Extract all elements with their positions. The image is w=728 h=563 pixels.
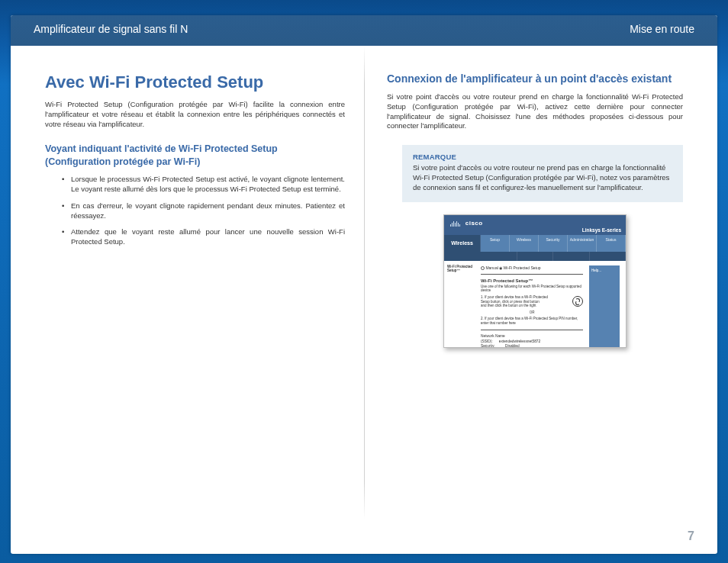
note-box: REMARQUE Si votre point d'accès ou votre… [402,145,683,201]
note-label: REMARQUE [413,153,672,162]
figure-step1: 1. If your client device has a Wi-Fi Pro… [481,295,566,309]
bullet-list: Lorsque le processus Wi-Fi Protected Set… [45,175,345,247]
figure-mode-line: Manual ◉ Wi-Fi Protected Setup [481,265,583,270]
cisco-logo: cisco [450,220,483,227]
note-text: Si votre point d'accès ou votre routeur … [413,163,669,191]
column-divider [364,46,365,520]
router-admin-screenshot: cisco Linksys E-series Wireless Setup Wi… [443,214,627,348]
nav-category: Wireless [444,235,481,252]
figure-network-info: Network Name (SSID): extendedwirelessnet… [481,334,583,348]
page-number: 7 [688,529,694,543]
document-page: Amplificateur de signal sans fil N Mise … [11,15,717,554]
figure-step2: 2. If your client device has a Wi-Fi Pro… [481,317,583,326]
tab-admin: Administration [568,235,597,252]
section-heading-line2: (Configuration protégée par Wi-Fi) [45,156,200,167]
figure-side-column: Help... [589,265,620,348]
page-title: Avec Wi-Fi Protected Setup [45,72,345,92]
right-intro: Si votre point d'accès ou votre routeur … [387,92,683,131]
figure-nav: Wireless Setup Wireless Security Adminis… [444,235,626,252]
figure-wps-desc: Use one of the following for each Wi-Fi … [481,285,583,292]
header-left-text: Amplificateur de signal sans fil N [34,23,188,46]
intro-paragraph: Wi-Fi Protected Setup (Configuration pro… [45,100,345,129]
list-item: Attendez que le voyant reste allumé pour… [62,227,345,247]
cisco-bars-icon [450,220,461,227]
right-column: Connexion de l'amplificateur à un point … [364,46,717,554]
figure-or: OR [481,310,583,314]
tab-status: Status [597,235,626,252]
figure-side-label: Wi-Fi Protected Setup™ [444,261,481,276]
wps-icon [572,296,583,307]
right-heading: Connexion de l'amplificateur à un point … [387,72,683,85]
left-column: Avec Wi-Fi Protected Setup Wi-Fi Protect… [11,46,364,554]
section-heading: Voyant indiquant l'activité de Wi-Fi Pro… [45,143,345,169]
figure-header: cisco Linksys E-series [444,215,626,235]
figure-body: Wi-Fi Protected Setup™ Manual ◉ Wi-Fi Pr… [444,261,626,347]
tab-wireless: Wireless [510,235,539,252]
page-header: Amplificateur de signal sans fil N Mise … [11,15,717,46]
tab-setup: Setup [481,235,510,252]
list-item: En cas d'erreur, le voyant clignote rapi… [62,201,345,221]
section-heading-line1: Voyant indiquant l'activité de Wi-Fi Pro… [45,143,278,154]
figure-subnav [444,252,626,261]
figure-wps-heading: Wi-Fi Protected Setup™ [481,278,583,283]
header-right-text: Mise en route [630,23,694,46]
tab-security: Security [539,235,568,252]
cisco-text: cisco [465,220,483,227]
list-item: Lorsque le processus Wi-Fi Protected Set… [62,175,345,195]
linksys-label: Linksys E-series [582,227,621,233]
nav-tabs: Setup Wireless Security Administration S… [481,235,626,252]
figure-container: cisco Linksys E-series Wireless Setup Wi… [387,214,683,348]
